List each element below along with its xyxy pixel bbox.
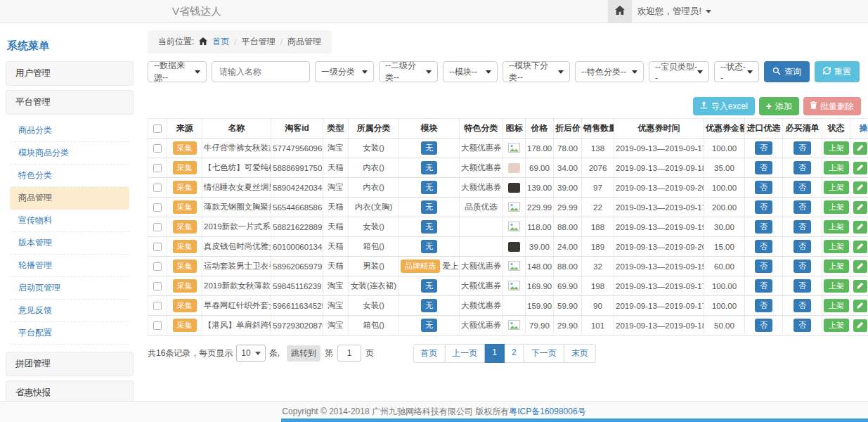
filter-select[interactable]: --特色分类-- <box>575 61 644 82</box>
must-buy-toggle-button[interactable]: 否 <box>793 181 811 194</box>
status-button[interactable]: 上架 <box>824 220 849 234</box>
row-checkbox[interactable] <box>153 203 162 212</box>
name-input[interactable] <box>212 61 310 82</box>
must-buy-toggle-button[interactable]: 否 <box>793 299 811 312</box>
edit-button[interactable] <box>853 201 867 214</box>
sidebar-item[interactable]: 商品分类 <box>10 120 129 142</box>
product-name: 薄款无钢圈文胸聚拢性... <box>202 198 271 217</box>
sidebar-item[interactable]: 启动页管理 <box>10 277 129 300</box>
edit-button[interactable] <box>853 181 867 194</box>
batch-delete-button[interactable]: 批量删除 <box>803 97 861 115</box>
edit-button[interactable] <box>853 162 867 174</box>
sidebar-panel[interactable]: 用户管理 <box>6 61 134 86</box>
import-toggle-button[interactable]: 否 <box>755 299 772 312</box>
import-toggle-button[interactable]: 否 <box>755 319 772 332</box>
sidebar-panel[interactable]: 拼团管理 <box>6 352 134 376</box>
status-button[interactable]: 上架 <box>824 279 849 293</box>
sidebar-item[interactable]: 意见反馈 <box>10 300 129 322</box>
import-toggle-button[interactable]: 否 <box>755 240 772 253</box>
filter-select-label: --模块-- <box>449 66 477 78</box>
sidebar-item[interactable]: 商品管理 <box>10 187 129 210</box>
pager-item[interactable]: 下一页 <box>524 344 564 363</box>
row-checkbox[interactable] <box>153 223 162 231</box>
page-jump-input[interactable] <box>337 345 361 362</box>
edit-button[interactable] <box>853 142 867 155</box>
row-checkbox[interactable] <box>153 243 162 251</box>
row-checkbox[interactable] <box>153 282 162 290</box>
status-button[interactable]: 上架 <box>824 260 849 273</box>
status-button[interactable]: 上架 <box>824 161 849 174</box>
edit-button[interactable] <box>853 280 867 293</box>
filter-select[interactable]: --状态-- <box>714 61 759 82</box>
icp-link[interactable]: 粤ICP备16098006号 <box>509 406 585 418</box>
sidebar-item[interactable]: 宣传物料 <box>10 210 129 232</box>
import-toggle-button[interactable]: 否 <box>755 181 772 194</box>
filter-select[interactable]: --数据来源-- <box>148 61 207 82</box>
status-button[interactable]: 上架 <box>824 319 849 332</box>
sidebar-item[interactable]: 模块商品分类 <box>10 142 129 165</box>
reset-button[interactable]: 重置 <box>815 61 860 82</box>
import-cell: 否 <box>745 139 783 158</box>
sidebar-item[interactable]: 版本管理 <box>10 232 129 255</box>
import-excel-button[interactable]: 导入excel <box>693 97 755 115</box>
status-button[interactable]: 上架 <box>824 200 849 214</box>
row-checkbox[interactable] <box>153 184 162 192</box>
edit-button[interactable] <box>853 241 867 253</box>
status-cell: 上架 <box>822 139 850 158</box>
must-buy-toggle-button[interactable]: 否 <box>793 279 811 293</box>
must-buy-toggle-button[interactable]: 否 <box>793 260 811 273</box>
import-toggle-button[interactable]: 否 <box>755 279 772 293</box>
select-all-checkbox[interactable] <box>153 124 162 133</box>
row-checkbox[interactable] <box>153 262 162 271</box>
row-checkbox[interactable] <box>153 302 162 310</box>
pager-item[interactable]: 末页 <box>564 344 596 363</box>
edit-button[interactable] <box>853 260 867 273</box>
import-toggle-button[interactable]: 否 <box>755 141 772 155</box>
search-button[interactable]: 查询 <box>764 61 810 82</box>
edit-button[interactable] <box>853 221 867 234</box>
import-toggle-button[interactable]: 否 <box>755 220 772 234</box>
filter-select[interactable]: --宝贝类型-- <box>649 61 709 82</box>
sidebar-panel[interactable]: 省惠快报 <box>6 381 134 402</box>
edit-button[interactable] <box>853 300 867 312</box>
breadcrumb-link-home[interactable]: 首页 <box>212 36 229 48</box>
sidebar-item[interactable]: 平台配置 <box>10 322 129 345</box>
row-checkbox[interactable] <box>153 164 162 172</box>
pager-item[interactable]: 上一页 <box>444 344 485 363</box>
filter-select[interactable]: --模块下分类-- <box>503 61 570 82</box>
status-button[interactable]: 上架 <box>824 141 849 155</box>
status-button[interactable]: 上架 <box>824 299 849 312</box>
filter-select[interactable]: --二级分类-- <box>379 61 438 82</box>
status-button[interactable]: 上架 <box>824 181 849 194</box>
add-button[interactable]: + 添加 <box>759 97 799 115</box>
must-buy-toggle-button[interactable]: 否 <box>793 200 811 214</box>
sidebar-panel[interactable]: 平台管理 <box>6 90 134 115</box>
pager-item[interactable]: 1 <box>484 344 505 363</box>
sidebar-item[interactable]: 轮播管理 <box>10 255 129 277</box>
per-page-select[interactable]: 10 <box>236 345 265 362</box>
sidebar-item[interactable]: 特色分类 <box>10 165 129 187</box>
user-menu[interactable]: 欢迎您，管理员! <box>637 0 711 23</box>
page-prefix: 第 <box>325 347 333 359</box>
must-buy-toggle-button[interactable]: 否 <box>793 220 811 234</box>
row-checkbox[interactable] <box>153 144 162 153</box>
must-buy-toggle-button[interactable]: 否 <box>793 240 811 253</box>
app-title: V省钱达人 <box>172 0 221 23</box>
must-buy-toggle-button[interactable]: 否 <box>793 161 811 174</box>
import-toggle-button[interactable]: 否 <box>755 260 772 273</box>
jump-to-button[interactable]: 跳转到 <box>287 345 320 362</box>
row-checkbox[interactable] <box>153 321 162 330</box>
filter-select[interactable]: 一级分类 <box>315 61 374 82</box>
filter-select[interactable]: --模块-- <box>443 61 498 82</box>
status-button[interactable]: 上架 <box>824 240 849 253</box>
must-buy-toggle-button[interactable]: 否 <box>793 319 811 332</box>
module-badge: 无 <box>421 299 437 312</box>
must-buy-toggle-button[interactable]: 否 <box>793 141 811 155</box>
pager-item[interactable]: 首页 <box>413 344 445 363</box>
import-toggle-button[interactable]: 否 <box>755 161 772 174</box>
import-toggle-button[interactable]: 否 <box>755 200 772 214</box>
edit-button[interactable] <box>853 319 867 332</box>
pager-item[interactable]: 2 <box>504 344 524 363</box>
module-cell: 无 <box>399 276 460 296</box>
home-button[interactable] <box>608 0 632 23</box>
